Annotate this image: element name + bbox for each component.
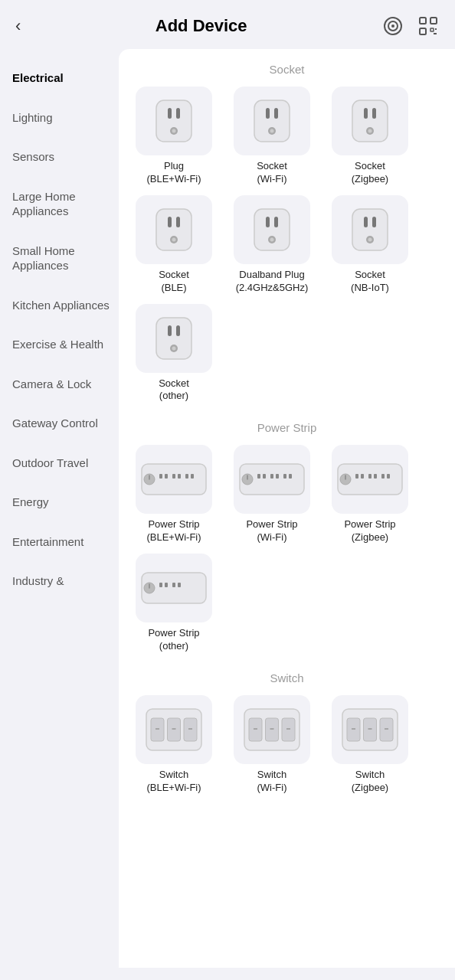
sidebar-item-entertainment[interactable]: Entertainment xyxy=(0,522,119,562)
switch-ble-wifi-icon-box xyxy=(136,695,212,764)
svg-rect-72 xyxy=(172,583,175,587)
sidebar-item-exercise[interactable]: Exercise & Health xyxy=(0,325,119,364)
svg-rect-14 xyxy=(254,100,290,142)
socket-wifi-icon-box xyxy=(234,87,310,155)
switch-zigbee-icon-box xyxy=(332,695,408,764)
powerstrip-ble-wifi-icon-box xyxy=(136,445,212,514)
sidebar-item-large-home[interactable]: Large Home Appliances xyxy=(0,177,119,231)
svg-rect-30 xyxy=(266,217,270,227)
svg-rect-34 xyxy=(352,209,388,250)
device-powerstrip-ble-wifi[interactable]: Power Strip(BLE+Wi-Fi) xyxy=(128,445,220,544)
plug-ble-wifi-icon-box xyxy=(136,87,212,155)
socket-wifi-label: Socket(Wi-Fi) xyxy=(257,160,287,186)
svg-rect-16 xyxy=(274,108,278,119)
svg-rect-5 xyxy=(420,28,426,34)
socket-row-2: Socket(BLE) Dualband Plug(2.4GHz&5GHz) xyxy=(128,191,446,299)
device-socket-ble[interactable]: Socket(BLE) xyxy=(128,195,220,295)
svg-rect-59 xyxy=(289,474,292,479)
svg-rect-73 xyxy=(178,583,181,587)
device-switch-wifi[interactable]: Switch(Wi-Fi) xyxy=(226,695,318,795)
device-switch-zigbee[interactable]: Switch(Zigbee) xyxy=(324,695,416,795)
socket-ble-label: Socket(BLE) xyxy=(159,269,189,295)
device-socket-wifi[interactable]: Socket(Wi-Fi) xyxy=(226,87,318,186)
svg-rect-66 xyxy=(381,474,385,479)
powerstrip-other-icon xyxy=(139,568,208,608)
powerstrip-wifi-label: Power Strip(Wi-Fi) xyxy=(246,518,297,544)
svg-rect-41 xyxy=(176,325,180,336)
sidebar-item-lighting[interactable]: Lighting xyxy=(0,98,119,138)
sidebar: Electrical Lighting Sensors Large Home A… xyxy=(0,49,119,968)
content-area: Socket Plug(BLE+Wi-Fi) xyxy=(119,49,455,968)
powerstrip-other-label: Power Strip(other) xyxy=(148,627,199,653)
plug-ble-wifi-label: Plug(BLE+Wi-Fi) xyxy=(146,160,201,186)
sidebar-item-outdoor[interactable]: Outdoor Travel xyxy=(0,443,119,483)
svg-point-23 xyxy=(368,129,372,133)
powerstrip-ble-wifi-label: Power Strip(BLE+Wi-Fi) xyxy=(146,518,201,544)
svg-rect-3 xyxy=(420,18,426,24)
svg-rect-11 xyxy=(176,108,180,119)
sidebar-item-camera[interactable]: Camera & Lock xyxy=(0,364,119,404)
device-powerstrip-other[interactable]: Power Strip(other) xyxy=(128,554,220,653)
sidebar-item-gateway[interactable]: Gateway Control xyxy=(0,403,119,443)
sidebar-item-electrical[interactable]: Electrical xyxy=(0,58,119,98)
sidebar-item-sensors[interactable]: Sensors xyxy=(0,137,119,177)
svg-point-18 xyxy=(270,129,274,133)
powerstrip-row-1: Power Strip(BLE+Wi-Fi) xyxy=(128,440,446,549)
socket-ble-icon xyxy=(153,206,195,253)
svg-rect-4 xyxy=(430,18,437,24)
svg-rect-7 xyxy=(435,28,437,30)
switch-wifi-icon xyxy=(241,706,303,753)
svg-rect-71 xyxy=(165,583,168,587)
svg-point-43 xyxy=(172,346,176,350)
socket-wifi-icon xyxy=(251,97,293,145)
svg-point-13 xyxy=(172,129,176,133)
target-icon[interactable] xyxy=(381,15,404,38)
app-header: ‹ Add Device xyxy=(0,0,455,49)
device-dualband-plug[interactable]: Dualband Plug(2.4GHz&5GHz) xyxy=(226,195,318,295)
socket-other-label: Socket(other) xyxy=(159,377,189,403)
svg-rect-57 xyxy=(276,474,279,479)
powerstrip-ble-wifi-icon xyxy=(139,459,208,499)
svg-rect-31 xyxy=(274,217,278,227)
svg-rect-76 xyxy=(168,718,181,741)
back-button[interactable]: ‹ xyxy=(15,16,21,36)
sidebar-item-small-home[interactable]: Small Home Appliances xyxy=(0,231,119,286)
dualband-plug-icon-box xyxy=(234,195,310,264)
svg-point-33 xyxy=(270,237,274,241)
svg-rect-46 xyxy=(159,474,162,479)
powerstrip-wifi-icon xyxy=(237,459,306,499)
powerstrip-row-2: Power Strip(other) xyxy=(128,549,446,658)
svg-rect-77 xyxy=(184,718,197,741)
svg-rect-39 xyxy=(156,318,191,359)
socket-zigbee-icon xyxy=(349,97,391,145)
device-socket-other[interactable]: Socket(other) xyxy=(128,304,220,403)
svg-rect-58 xyxy=(283,474,286,479)
socket-row-3: Socket(other) xyxy=(128,299,446,408)
svg-rect-82 xyxy=(249,718,262,741)
header-actions xyxy=(381,15,440,38)
socket-nbiot-icon-box xyxy=(332,195,408,264)
svg-rect-65 xyxy=(374,474,377,479)
scan-icon[interactable] xyxy=(417,15,440,38)
switch-section-label: Switch xyxy=(128,658,446,691)
socket-row-1: Plug(BLE+Wi-Fi) Socket(Wi-Fi) xyxy=(128,82,446,191)
svg-rect-19 xyxy=(352,100,388,142)
powerstrip-other-icon-box xyxy=(136,554,212,622)
svg-rect-67 xyxy=(387,474,390,479)
svg-point-38 xyxy=(368,237,372,241)
device-plug-ble-wifi[interactable]: Plug(BLE+Wi-Fi) xyxy=(128,87,220,186)
socket-nbiot-icon xyxy=(349,206,391,253)
device-socket-zigbee[interactable]: Socket(Zigbee) xyxy=(324,87,416,186)
device-socket-nbiot[interactable]: Socket(NB-IoT) xyxy=(324,195,416,295)
svg-rect-55 xyxy=(263,474,266,479)
svg-rect-48 xyxy=(172,474,175,479)
svg-rect-26 xyxy=(176,217,180,227)
sidebar-item-industry[interactable]: Industry & xyxy=(0,561,119,601)
device-powerstrip-wifi[interactable]: Power Strip(Wi-Fi) xyxy=(226,445,318,544)
device-powerstrip-zigbee[interactable]: Power Strip(Zigbee) xyxy=(324,445,416,544)
svg-point-28 xyxy=(172,237,176,241)
device-switch-ble-wifi[interactable]: Switch(BLE+Wi-Fi) xyxy=(128,695,220,795)
svg-rect-56 xyxy=(270,474,273,479)
sidebar-item-energy[interactable]: Energy xyxy=(0,482,119,522)
sidebar-item-kitchen[interactable]: Kitchen Appliances xyxy=(0,286,119,325)
